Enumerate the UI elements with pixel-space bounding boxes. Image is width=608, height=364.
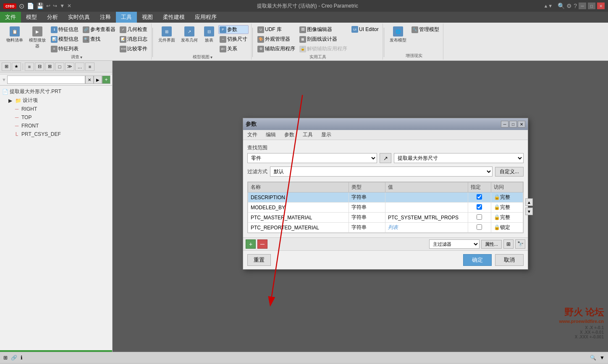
scope-picker-btn[interactable]: ↗ [380,153,391,163]
menu-tools[interactable]: 工具 [116,12,137,23]
dialog-menu-file[interactable]: 文件 [243,130,262,140]
cell-designated-1[interactable] [468,203,491,213]
title-help[interactable]: ? [574,3,577,9]
sidebar-more-btn[interactable]: … [75,62,84,71]
ribbon-btn-family-table[interactable]: ⊟ 族表 [202,25,217,44]
ribbon-btn-aux-app[interactable]: ⚙ 辅助应用程序 [256,44,296,53]
dialog-maximize-btn[interactable]: □ [509,121,517,127]
dialog-menu-tools[interactable]: 工具 [299,130,317,140]
add-param-btn[interactable]: + [246,239,256,249]
tree-item-csys[interactable]: L PRT_CSYS_DEF [0,130,112,138]
ribbon-btn-compare[interactable]: ⟺ 比较零件 [118,44,149,53]
sidebar-icon-btn-2[interactable]: ★ [12,62,21,71]
dialog-close-btn[interactable]: ✕ [518,121,525,127]
menu-view[interactable]: 视图 [137,12,158,23]
minimize-button[interactable]: ─ [579,3,586,9]
checkbox-designated-0[interactable] [477,194,482,200]
ribbon-btn-switch-dim[interactable]: ↔ 切换尺寸 [218,35,249,44]
sidebar-grid-btn[interactable]: ⊞ [45,62,54,71]
menu-model[interactable]: 模型 [21,12,42,23]
table-row[interactable]: DESCRIPTION 字符串 🔒完整 [248,192,523,203]
tree-item-front[interactable]: ─ FRONT [0,122,112,130]
menu-simulation[interactable]: 实时仿真 [63,12,95,23]
main-filter-select[interactable]: 主过滤器 [429,239,480,249]
checkbox-designated-3[interactable] [477,224,482,230]
cancel-btn[interactable]: 取消 [495,254,524,266]
table-row[interactable]: PTC_REPORTED_MATERIAL 字符串 列表 🔒锁定 [248,223,523,233]
dialog-menu-display[interactable]: 显示 [317,130,335,140]
ribbon-btn-bom[interactable]: 📋 物料清单 [4,25,25,44]
ribbon-btn-hatch-designer[interactable]: ▦ 剖面线设计器 [298,35,349,44]
table-row[interactable]: MODELED_BY 字符串 🔒完整 [248,203,523,213]
cell-designated-2[interactable] [468,213,491,223]
ribbon-btn-model-player[interactable]: ▶ 模型搜放器 [27,25,48,50]
ribbon-btn-geo-check[interactable]: ✓ 几何检查 [118,25,149,34]
properties-btn[interactable]: 属性... [481,240,502,249]
dialog-menu-params[interactable]: 参数 [280,130,299,140]
checkbox-designated-1[interactable] [477,204,482,210]
ribbon-btn-feature-list[interactable]: ≡ 特征列表 [50,44,80,53]
menu-annotation[interactable]: 注释 [95,12,116,23]
title-search[interactable]: 🔍 [558,3,565,9]
reset-btn[interactable]: 重置 [247,254,271,266]
search-clear-btn[interactable]: ✕ [85,75,94,84]
title-bar-undo[interactable]: ↩ [46,3,50,9]
menu-file[interactable]: 文件 [0,12,21,23]
ribbon-btn-publish-geo[interactable]: ↗ 发布几何 [179,25,200,44]
confirm-btn[interactable]: 确定 [463,254,492,266]
title-bar-redo[interactable]: ↪ [53,3,57,9]
menu-flexible[interactable]: 柔性建模 [158,12,190,23]
ribbon-btn-publish-model[interactable]: 🌐 发布模型 [388,25,409,44]
table-row[interactable]: PTC_MASTER_MATERIAL 字符串 PTC_SYSTEM_MTRL_… [248,213,523,223]
ribbon-btn-appearance[interactable]: 🎨 外观管理器 [256,35,296,44]
ribbon-btn-component-iface[interactable]: ⊞ 元件界面 [156,25,177,44]
ribbon-btn-unlock-aux[interactable]: 🔓 解锁辅助应用程序 [298,44,349,53]
scroll-down-btn[interactable]: ▼ [525,208,533,215]
ribbon-btn-relations[interactable]: d= 关系 [218,44,249,53]
ribbon-btn-message-log[interactable]: 📝 消息日志 [118,35,149,44]
ribbon-btn-manage-model[interactable]: 🔧 管理模型 [410,25,440,34]
scope-select[interactable]: 零件 [247,153,377,163]
sidebar-expand-btn[interactable]: ≫ [65,62,74,71]
table-icon-btn[interactable]: ⊞ [503,239,514,249]
close-button[interactable]: ✕ [597,3,605,9]
tree-item-root[interactable]: 📄 提取最大外形尺寸.PRT [0,87,112,96]
tree-item-top[interactable]: ─ TOP [0,113,112,122]
search-input[interactable] [7,75,85,84]
model-view-dropdown[interactable]: ▾ [210,55,212,60]
title-bar-more[interactable]: ▼ [60,3,65,9]
binoculars-icon-btn[interactable]: 🔭 [515,239,525,249]
remove-param-btn[interactable]: ─ [257,239,267,249]
sidebar-small-icon-btn[interactable]: □ [55,62,64,71]
ribbon-btn-udf[interactable]: U UDF 库 [256,25,296,34]
cell-designated-3[interactable] [468,223,491,233]
menu-analysis[interactable]: 分析 [42,12,63,23]
ribbon-btn-ref-viewer[interactable]: 🔗 参考查看器 [81,25,117,34]
sidebar-settings-btn[interactable]: ≡ [85,62,94,71]
investigate-dropdown[interactable]: ▾ [80,55,82,60]
cell-designated-0[interactable] [468,192,491,203]
sidebar-icon-btn-1[interactable]: ⊞ [2,62,11,71]
ribbon-btn-ui-editor[interactable]: UI UI Editor [350,25,380,34]
search-add-btn[interactable]: + [102,75,110,84]
search-submit-btn[interactable]: ▶ [94,75,102,84]
sidebar-list-btn[interactable]: ≡ [25,62,34,71]
ribbon-btn-find[interactable]: 🔍 查找 [81,35,117,44]
customize-btn[interactable]: 自定义... [495,167,524,177]
checkbox-designated-2[interactable] [477,214,482,220]
menu-applications[interactable]: 应用程序 [190,12,222,23]
dialog-minimize-btn[interactable]: ─ [501,121,508,127]
ribbon-btn-params[interactable]: P 参数 [218,25,249,34]
title-settings[interactable]: ⚙ [566,3,572,9]
maximize-button[interactable]: □ [588,3,595,9]
part-name-select[interactable]: 提取最大外形尺寸 [394,153,524,163]
tree-item-right[interactable]: ─ RIGHT [0,105,112,113]
ribbon-btn-feature-info[interactable]: ℹ 特征信息 [50,25,80,34]
dialog-menu-edit[interactable]: 编辑 [262,130,280,140]
scroll-up-btn[interactable]: ▲ [525,198,533,206]
sidebar-tree-btn[interactable]: ⊟ [35,62,44,71]
tree-item-design[interactable]: ▶ 📁 设计项 [0,96,112,105]
ribbon-btn-image-editor[interactable]: 🖼 图像编辑器 [298,25,349,34]
filter-select[interactable]: 默认 [270,166,493,177]
ribbon-btn-model-info[interactable]: 📊 模型信息 [50,35,80,44]
